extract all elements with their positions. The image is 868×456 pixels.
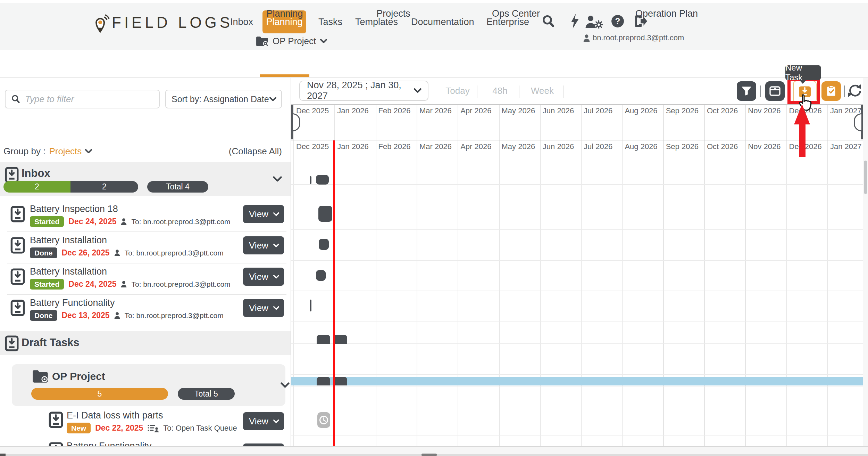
row-divider xyxy=(7,231,286,232)
op-project-group[interactable]: OP Project 5 Total 5 xyxy=(12,364,285,406)
gantt-task-bar[interactable] xyxy=(333,377,347,385)
task-row[interactable]: Battery Installation Done Dec 26, 2025 T… xyxy=(0,231,291,262)
vertical-scrollbar-thumb[interactable] xyxy=(864,161,867,194)
view-button[interactable]: View xyxy=(243,236,284,254)
refresh-button[interactable] xyxy=(847,83,862,99)
status-badge: Started xyxy=(30,216,64,227)
gantt-task-bar[interactable] xyxy=(310,176,311,184)
nav-tasks[interactable]: Tasks xyxy=(318,17,342,27)
mini-grid-line xyxy=(786,105,787,140)
preset-divider xyxy=(519,86,519,98)
gantt-task-bar[interactable] xyxy=(333,335,347,344)
task-date: Dec 22, 2025 xyxy=(95,423,143,433)
range-handle-right-grip[interactable] xyxy=(854,113,861,131)
mini-grid-line xyxy=(417,105,417,140)
mini-month-label: May 2026 xyxy=(502,106,535,115)
gantt-task-bar[interactable] xyxy=(310,300,311,311)
filter-search-field[interactable]: Type to filter xyxy=(5,90,160,108)
tab-ops-center[interactable]: Ops Center xyxy=(492,8,540,19)
view-button[interactable]: View xyxy=(243,443,284,446)
chevron-down-icon[interactable] xyxy=(281,382,290,388)
task-title: E-I Data loss with parts xyxy=(67,410,163,421)
pending-task-clock-icon[interactable] xyxy=(317,412,330,428)
gantt-row-line xyxy=(291,291,863,291)
row-divider xyxy=(7,294,286,295)
user-settings-icon[interactable] xyxy=(585,15,603,28)
preset-48h[interactable]: 48h xyxy=(492,86,507,96)
view-button[interactable]: View xyxy=(243,412,284,430)
checklist-button[interactable] xyxy=(821,81,841,101)
gantt-task-bar[interactable] xyxy=(317,377,330,385)
gantt-task-bar[interactable] xyxy=(318,206,332,222)
brand-logo-text: FIELD LOGS xyxy=(112,14,233,31)
help-icon[interactable]: ? xyxy=(611,15,624,28)
gantt-month-label: Feb 2026 xyxy=(378,142,411,151)
clipped-task-row[interactable]: Battery Functionality View xyxy=(0,439,291,446)
folder-gear-icon xyxy=(256,36,268,47)
range-handle-left-grip[interactable] xyxy=(293,113,300,131)
gantt-month-label: Jun 2026 xyxy=(543,142,574,151)
gantt-month-label: Sep 2026 xyxy=(666,142,699,151)
gantt-task-bar[interactable] xyxy=(319,239,329,250)
project-selector[interactable]: OP Project xyxy=(256,36,327,47)
archive-button[interactable] xyxy=(765,81,785,101)
task-row[interactable]: Battery Inspection 18 Started Dec 24, 20… xyxy=(0,200,291,231)
search-icon[interactable] xyxy=(542,15,555,28)
top-strip xyxy=(0,0,868,3)
gantt-task-bar[interactable] xyxy=(316,175,329,185)
mini-grid-line xyxy=(622,105,623,140)
mini-grid-line xyxy=(704,105,705,140)
mini-month-label: Oct 2026 xyxy=(707,106,738,115)
gantt-month-label: Mar 2026 xyxy=(419,142,452,151)
gantt-task-bar[interactable] xyxy=(317,335,330,344)
gantt-grid-line xyxy=(663,140,664,446)
sort-by-dropdown[interactable]: Sort by: Assignation Date xyxy=(165,90,282,108)
op-project-total-badge: Total 5 xyxy=(178,388,235,400)
view-button[interactable]: View xyxy=(243,268,284,286)
mini-month-label: Aug 2026 xyxy=(625,106,657,115)
task-row[interactable]: E-I Data loss with parts New Dec 22, 202… xyxy=(0,409,291,439)
tab-projects[interactable]: Projects xyxy=(376,8,410,19)
footer-bar xyxy=(0,446,868,454)
user-icon xyxy=(121,281,127,287)
inbox-group-header[interactable]: Inbox 2 2 Total 4 xyxy=(0,162,291,196)
group-by-control[interactable]: Group by : Projects xyxy=(3,146,92,157)
task-title: Battery Functionality xyxy=(30,298,115,308)
group-by-value[interactable]: Projects xyxy=(49,146,82,157)
mini-grid-line xyxy=(827,105,828,140)
collapse-all-link[interactable]: (Collapse All) xyxy=(215,146,282,157)
preset-today[interactable]: Today xyxy=(445,86,469,96)
task-row[interactable]: Battery Installation Started Dec 24, 202… xyxy=(0,263,291,293)
view-button[interactable]: View xyxy=(243,205,284,223)
gantt-task-bar[interactable] xyxy=(316,270,326,281)
preset-week[interactable]: Week xyxy=(531,86,554,96)
chevron-down-icon[interactable] xyxy=(273,176,282,182)
op-project-title: OP Project xyxy=(52,370,105,382)
horizontal-scrollbar-end xyxy=(0,454,6,456)
gantt-grid-line xyxy=(293,140,294,446)
view-button-label: View xyxy=(249,303,268,314)
view-button[interactable]: View xyxy=(243,299,284,317)
task-assignee: To: Open Task Queue xyxy=(163,424,237,433)
nav-documentation[interactable]: Documentation xyxy=(411,17,474,27)
highlight-band xyxy=(291,377,863,385)
lightning-icon[interactable] xyxy=(570,14,579,28)
filter-button[interactable] xyxy=(737,81,756,101)
tab-planning[interactable]: Planning xyxy=(266,8,303,19)
task-row[interactable]: Battery Functionality Done Dec 13, 2025 … xyxy=(0,294,291,325)
gantt-month-label: Dec 2025 xyxy=(296,142,329,151)
preset-divider xyxy=(563,86,564,98)
date-range-selector[interactable]: Nov 28, 2025 ; Jan 30, 2027 xyxy=(299,81,428,101)
task-date: Dec 24, 2025 xyxy=(68,217,116,226)
tab-operation-plan[interactable]: Operation Plan xyxy=(635,8,698,19)
horizontal-scrollbar-thumb[interactable] xyxy=(422,454,437,456)
account-email: bn.root.preprod.3@ptt.com xyxy=(593,33,684,42)
inbox-group-title: Inbox xyxy=(22,167,50,180)
task-date: Dec 26, 2025 xyxy=(62,248,110,258)
nav-inbox[interactable]: Inbox xyxy=(230,17,253,27)
vertical-scrollbar-track[interactable] xyxy=(863,78,868,456)
date-range-label: Nov 28, 2025 ; Jan 30, 2027 xyxy=(307,80,414,101)
view-button-label: View xyxy=(249,240,268,251)
gantt-row-line xyxy=(291,435,863,436)
account-info[interactable]: bn.root.preprod.3@ptt.com xyxy=(583,33,684,42)
